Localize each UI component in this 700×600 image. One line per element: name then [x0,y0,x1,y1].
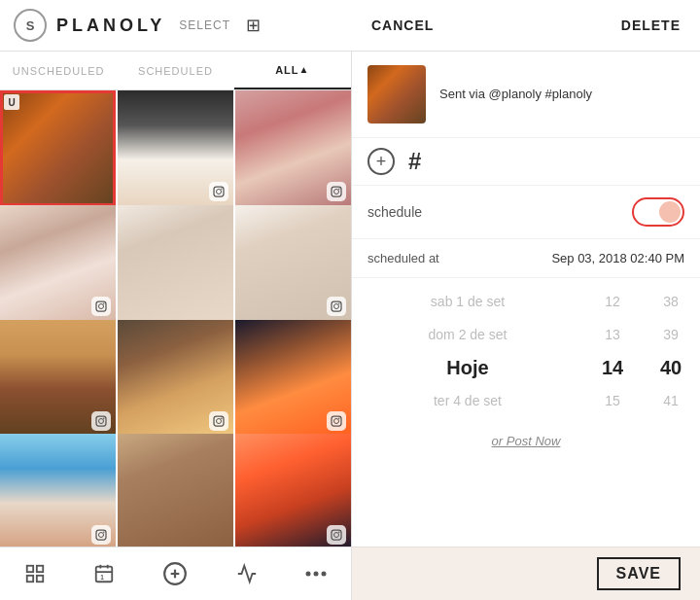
picker-minute-item[interactable]: 38 [642,288,700,315]
save-button[interactable]: SAVE [597,557,681,590]
picker-hour-item[interactable]: 13 [583,321,642,348]
instagram-icon [327,411,346,431]
save-area: SAVE [352,547,700,600]
schedule-toggle[interactable] [632,197,684,227]
tab-scheduled[interactable]: SCHEDULED [117,52,233,89]
select-label: SELECT [179,18,230,32]
svg-point-13 [99,418,104,423]
svg-point-19 [334,418,339,423]
svg-text:1: 1 [100,574,104,581]
tab-all[interactable]: ALL ▲ [234,52,351,89]
list-item[interactable] [118,90,233,206]
post-now-link[interactable]: or Post Now [492,434,561,448]
add-nav-icon[interactable] [162,561,188,586]
instagram-icon [327,182,346,201]
scheduled-at-label: scheduled at [368,251,551,265]
right-panel: Sent via @planoly #planoly + # schedule … [352,52,700,600]
hashtag-icon[interactable]: # [408,148,421,175]
header-right: CANCEL DELETE [352,18,700,33]
schedule-row: schedule [352,186,700,239]
post-preview: Sent via @planoly #planoly [352,52,700,138]
svg-rect-15 [214,416,224,426]
svg-rect-27 [26,566,32,572]
svg-point-20 [338,417,340,419]
svg-point-1 [217,190,222,194]
list-item[interactable] [118,205,233,321]
svg-point-17 [221,417,223,419]
svg-rect-21 [96,530,106,540]
picker-hours-col: 12 13 14 15 [583,288,642,414]
schedule-label: schedule [368,204,632,220]
svg-rect-31 [96,567,113,582]
list-item[interactable] [235,205,351,321]
logo-text: PLANOLY [56,16,165,36]
scheduled-at-value: Sep 03, 2018 02:40 PM [551,251,684,265]
picker-hour-item-active[interactable]: 14 [583,354,642,381]
add-circle-icon[interactable]: + [368,148,395,175]
svg-point-16 [217,418,222,423]
tab-unscheduled[interactable]: UNSCHEDULED [0,52,117,89]
scheduled-at-row: scheduled at Sep 03, 2018 02:40 PM [352,239,700,278]
svg-point-11 [338,302,340,304]
svg-rect-29 [26,576,32,582]
svg-rect-0 [214,187,224,196]
left-panel: UNSCHEDULED SCHEDULED ALL ▲ U [0,52,352,600]
svg-rect-6 [96,301,106,311]
header: S PLANOLY SELECT ⊞ CANCEL DELETE [0,0,700,52]
picker-minute-item[interactable]: 39 [642,321,700,348]
svg-point-41 [322,572,327,577]
instagram-icon [91,411,111,431]
svg-point-10 [334,303,339,308]
logo-circle: S [14,9,47,42]
picker-day-item[interactable]: dom 2 de set [352,321,583,348]
picker-hour-item[interactable]: 12 [583,288,642,315]
list-item[interactable]: U [0,90,116,206]
picker-minute-item[interactable]: 41 [642,387,700,414]
svg-point-22 [99,533,104,538]
svg-point-8 [103,302,105,304]
unscheduled-badge: U [4,94,19,110]
list-item[interactable] [0,205,116,321]
analytics-nav-icon[interactable] [236,563,258,584]
photo-grid: U [0,90,351,547]
svg-rect-12 [96,416,106,426]
svg-point-14 [103,417,105,419]
cancel-button[interactable]: CANCEL [371,18,434,33]
picker-day-item-active[interactable]: Hoje [352,354,583,381]
grid-nav-icon[interactable] [24,563,46,584]
svg-point-5 [338,189,340,191]
list-item[interactable] [118,320,233,436]
list-item[interactable] [0,434,116,547]
instagram-icon [91,525,111,545]
picker-minute-item-active[interactable]: 40 [642,354,700,381]
list-item[interactable] [235,434,351,547]
toggle-knob [659,201,681,223]
picker-day-item[interactable]: ter 4 de set [352,387,583,414]
instagram-icon [91,297,111,316]
tab-arrow-icon: ▲ [299,64,310,75]
picker-day-item[interactable]: sab 1 de set [352,288,583,315]
header-left: S PLANOLY SELECT ⊞ [0,9,352,42]
bottom-nav: 1 [0,547,351,600]
calendar-nav-icon[interactable]: 1 [93,563,115,584]
list-item[interactable] [0,320,116,436]
instagram-icon [327,525,346,545]
action-row: + # [352,138,700,186]
grid-select-icon[interactable]: ⊞ [246,15,261,36]
date-picker: sab 1 de set dom 2 de set Hoje ter 4 de … [352,278,700,424]
svg-point-25 [334,533,339,538]
list-item[interactable] [235,90,351,206]
list-item[interactable] [118,434,233,547]
picker-minutes-col: 38 39 40 41 [642,288,700,414]
delete-button[interactable]: DELETE [621,18,681,33]
post-now-section: or Post Now [352,424,700,459]
picker-hour-item[interactable]: 15 [583,387,642,414]
instagram-icon [209,411,228,431]
more-nav-icon[interactable] [305,571,327,577]
preview-thumbnail [368,65,426,124]
tabs-bar: UNSCHEDULED SCHEDULED ALL ▲ [0,52,351,90]
svg-point-39 [306,572,311,577]
svg-rect-24 [332,530,341,540]
list-item[interactable] [235,320,351,436]
svg-point-26 [338,532,340,534]
